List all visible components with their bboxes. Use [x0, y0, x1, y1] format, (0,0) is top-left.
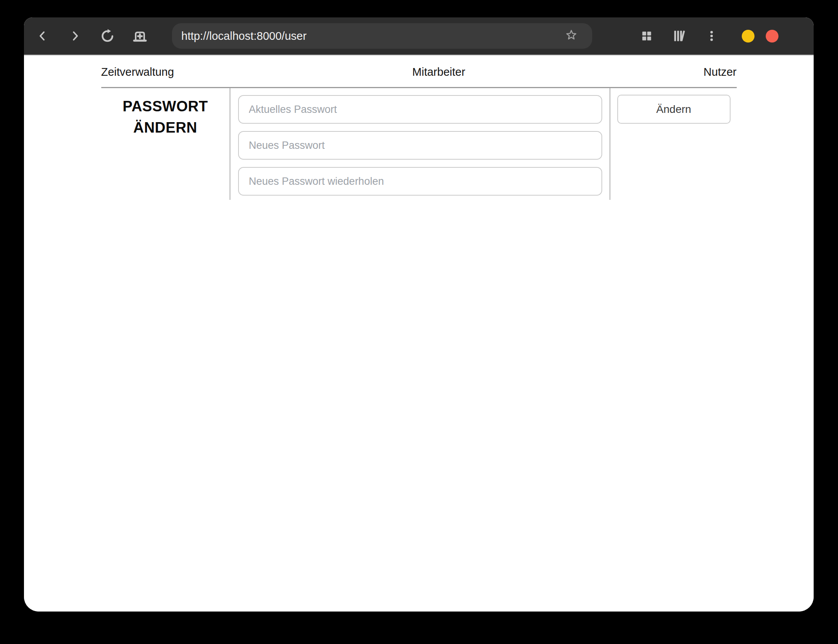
- browser-toolbar: [24, 17, 814, 55]
- new-tab-icon: [131, 27, 148, 44]
- library-icon: [672, 29, 686, 43]
- chevron-right-icon: [68, 29, 82, 43]
- page-title: PASSWORT ÄNDERN: [105, 96, 226, 138]
- nav-item-mitarbeiter[interactable]: Mitarbeiter: [412, 65, 465, 79]
- action-column: Ändern: [610, 88, 737, 200]
- repeat-password-field[interactable]: [238, 167, 602, 196]
- reload-button[interactable]: [97, 25, 118, 47]
- bookmark-button[interactable]: [564, 28, 579, 44]
- new-tab-button[interactable]: [129, 25, 151, 47]
- address-bar[interactable]: [172, 23, 592, 49]
- nav-item-nutzer[interactable]: Nutzer: [703, 65, 736, 79]
- page-body: Zeitverwaltung Mitarbeiter Nutzer PASSWO…: [24, 55, 814, 612]
- top-navigation: Zeitverwaltung Mitarbeiter Nutzer: [101, 55, 737, 88]
- back-button[interactable]: [32, 25, 53, 47]
- reload-icon: [99, 28, 116, 44]
- browser-window: Zeitverwaltung Mitarbeiter Nutzer PASSWO…: [24, 17, 814, 612]
- password-form: [230, 88, 610, 200]
- grid-icon: [640, 29, 654, 43]
- chevron-left-icon: [36, 29, 49, 43]
- heading-column: PASSWORT ÄNDERN: [101, 88, 230, 200]
- new-password-field[interactable]: [238, 131, 602, 160]
- main-menu-button[interactable]: [701, 25, 722, 47]
- minimize-window-button[interactable]: [742, 30, 755, 43]
- url-input[interactable]: [181, 29, 553, 43]
- forward-button[interactable]: [64, 25, 86, 47]
- close-window-button[interactable]: [766, 30, 778, 43]
- change-password-button[interactable]: Ändern: [617, 95, 731, 124]
- star-icon: [564, 28, 578, 44]
- kebab-menu-icon: [705, 29, 718, 43]
- library-button[interactable]: [668, 25, 690, 47]
- nav-item-zeitverwaltung[interactable]: Zeitverwaltung: [101, 65, 174, 79]
- current-password-field[interactable]: [238, 95, 602, 124]
- password-section: PASSWORT ÄNDERN Ändern: [101, 88, 737, 200]
- tab-overview-button[interactable]: [636, 25, 657, 47]
